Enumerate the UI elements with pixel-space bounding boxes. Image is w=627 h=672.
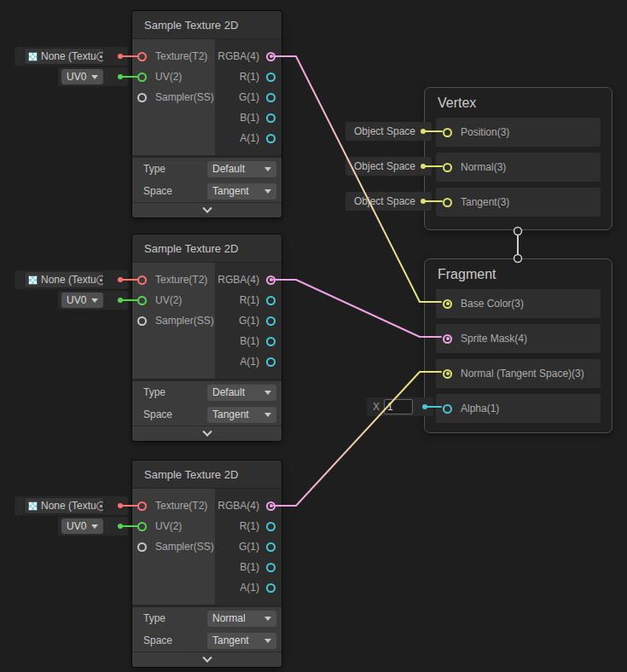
port-row-texture: Texture(T2)	[132, 495, 215, 516]
texture-input-port[interactable]	[137, 501, 147, 511]
object-picker-icon[interactable]	[96, 52, 104, 61]
texture-object-field[interactable]: None (Textu	[24, 48, 104, 65]
output-column: RGBA(4) R(1) G(1) B(1) A(1)	[215, 39, 282, 155]
node-fragment[interactable]: Fragment Base Color(3) Sprite Mask(4) No…	[424, 258, 612, 433]
port-row-sampler: Sampler(SS)	[132, 536, 215, 557]
texture-object-field[interactable]: None (Textu	[24, 497, 104, 514]
default-value-dot	[118, 503, 123, 508]
g-output-port[interactable]	[266, 542, 276, 552]
port-row-r: R(1)	[215, 67, 282, 87]
edge-rgba3-to-normal-tangent-space[interactable]	[274, 372, 441, 506]
b-output-port[interactable]	[266, 563, 276, 572]
port-label: Sampler(SS)	[155, 315, 214, 327]
type-dropdown[interactable]: Default	[207, 161, 276, 177]
object-picker-icon[interactable]	[96, 501, 104, 511]
collapse-button[interactable]	[132, 202, 282, 217]
object-picker-icon[interactable]	[96, 275, 104, 285]
b-output-port[interactable]	[266, 113, 276, 123]
port-row-r: R(1)	[215, 516, 282, 536]
collapse-button[interactable]	[132, 426, 282, 441]
sprite-mask-input-port[interactable]	[443, 334, 452, 344]
position-input-port[interactable]	[443, 128, 452, 137]
alpha-value-input[interactable]	[384, 399, 413, 414]
uv-channel-dropdown[interactable]: UV0	[61, 69, 103, 84]
rgba-output-port[interactable]	[266, 501, 276, 511]
uv-input-port[interactable]	[137, 296, 147, 305]
texture-checker-icon	[28, 275, 38, 285]
rgba-output-port[interactable]	[266, 52, 276, 61]
node-title[interactable]: Fragment	[425, 259, 612, 289]
type-label: Type	[143, 612, 165, 624]
port-label: Sampler(SS)	[155, 91, 214, 103]
node-vertex[interactable]: Vertex Position(3) Normal(3) Tangent(3)	[424, 87, 612, 230]
shader-graph-canvas[interactable]: Sample Texture 2D Texture(T2) UV(2) Samp…	[0, 0, 627, 672]
edge-rgba2-to-sprite-mask[interactable]	[274, 280, 441, 337]
fragment-row-base-color: Base Color(3)	[436, 289, 601, 318]
input-column: Texture(T2) UV(2) Sampler(SS)	[132, 263, 215, 379]
type-dropdown[interactable]: Normal	[207, 611, 276, 627]
base-color-input-port[interactable]	[443, 299, 452, 309]
uv-channel-dropdown[interactable]: UV0	[61, 518, 103, 534]
b-output-port[interactable]	[266, 337, 276, 346]
a-output-port[interactable]	[266, 357, 276, 367]
uv-default-widget-3: UV0	[58, 517, 128, 536]
texture-input-port[interactable]	[137, 275, 147, 285]
node-title[interactable]: Sample Texture 2D	[132, 11, 282, 39]
uv-default-widget-1: UV0	[58, 67, 128, 86]
node-sample-texture-2d-3[interactable]: Sample Texture 2D Texture(T2) UV(2) Samp…	[132, 461, 282, 667]
normal-tangent-space-input-port[interactable]	[443, 369, 452, 379]
port-label: Texture(T2)	[155, 50, 207, 62]
space-dropdown[interactable]: Tangent	[207, 633, 276, 649]
port-row-a: A(1)	[215, 577, 282, 598]
port-label: Sprite Mask(4)	[461, 333, 527, 345]
port-label: R(1)	[240, 520, 259, 532]
g-output-port[interactable]	[266, 93, 276, 102]
a-output-port[interactable]	[266, 134, 276, 143]
r-output-port[interactable]	[266, 296, 276, 305]
texture-input-port[interactable]	[137, 52, 147, 61]
port-label: Alpha(1)	[461, 403, 499, 414]
node-title[interactable]: Sample Texture 2D	[132, 461, 282, 489]
node-title[interactable]: Sample Texture 2D	[132, 235, 282, 263]
space-dropdown[interactable]: Tangent	[207, 407, 276, 423]
node-sample-texture-2d-2[interactable]: Sample Texture 2D Texture(T2) UV(2) Samp…	[132, 235, 282, 441]
node-title[interactable]: Vertex	[425, 88, 612, 118]
uv-input-port[interactable]	[137, 72, 147, 82]
texture-object-field[interactable]: None (Textu	[24, 271, 104, 288]
type-label: Type	[143, 386, 165, 398]
uv-channel-dropdown[interactable]: UV0	[61, 293, 103, 308]
fragment-row-alpha: Alpha(1)	[436, 394, 601, 423]
port-row-b: B(1)	[215, 557, 282, 577]
g-output-port[interactable]	[266, 316, 276, 326]
edge-rgba1-to-base-color[interactable]	[274, 56, 441, 302]
sampler-input-port[interactable]	[137, 542, 147, 552]
port-label: Normal(3)	[461, 161, 506, 173]
tangent-input-port[interactable]	[443, 198, 452, 207]
input-column: Texture(T2) UV(2) Sampler(SS)	[132, 39, 215, 155]
port-label: RGBA(4)	[218, 500, 259, 512]
binding-label: Object Space	[354, 195, 415, 207]
uv-input-port[interactable]	[137, 522, 147, 531]
sampler-input-port[interactable]	[137, 316, 147, 326]
r-output-port[interactable]	[266, 522, 276, 531]
default-value-dot	[421, 199, 426, 204]
port-label: Texture(T2)	[155, 274, 207, 286]
chevron-down-icon	[91, 298, 98, 303]
space-dropdown[interactable]: Tangent	[207, 183, 276, 200]
fragment-row-normal-tangent-space: Normal (Tangent Space)(3)	[436, 359, 601, 388]
type-dropdown[interactable]: Default	[207, 385, 276, 401]
sampler-input-port[interactable]	[137, 93, 147, 102]
port-row-g: G(1)	[215, 310, 282, 331]
texture-object-value: None (Textu	[41, 500, 96, 512]
normal-input-port[interactable]	[443, 163, 452, 172]
chevron-down-icon	[202, 203, 212, 212]
node-sample-texture-2d-1[interactable]: Sample Texture 2D Texture(T2) UV(2) Samp…	[132, 11, 282, 217]
space-label: Space	[143, 634, 172, 646]
type-dropdown-value: Default	[212, 386, 245, 398]
a-output-port[interactable]	[266, 583, 276, 593]
alpha-input-port[interactable]	[443, 404, 452, 414]
rgba-output-port[interactable]	[266, 275, 276, 285]
port-label: B(1)	[240, 561, 259, 573]
collapse-button[interactable]	[132, 652, 282, 667]
r-output-port[interactable]	[266, 72, 276, 82]
